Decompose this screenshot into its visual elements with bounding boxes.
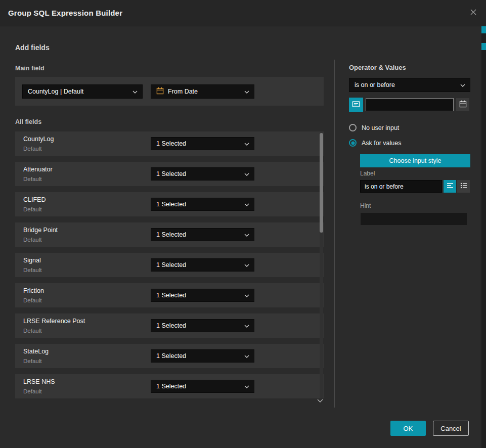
chevron-down-icon <box>244 322 249 329</box>
chevron-down-icon <box>244 261 249 268</box>
date-field-select-value: From Date <box>168 88 240 95</box>
scroll-down-button[interactable] <box>316 396 325 404</box>
field-name: CountyLog <box>23 136 54 143</box>
field-count-select[interactable]: 1 Selected <box>151 198 254 211</box>
radio-label: No user input <box>362 124 399 131</box>
field-count-select[interactable]: 1 Selected <box>151 319 254 332</box>
hint-caption: Hint <box>360 202 371 209</box>
hint-input[interactable] <box>360 212 467 226</box>
edge-tick <box>481 43 486 50</box>
edge-tick <box>481 26 486 33</box>
field-count-value: 1 Selected <box>156 383 244 390</box>
close-icon <box>469 8 477 18</box>
chevron-down-icon <box>244 201 249 208</box>
add-fields-title: Add fields <box>15 43 50 52</box>
field-sublabel: Default <box>23 176 41 182</box>
field-count-value: 1 Selected <box>156 322 244 329</box>
date-field-select[interactable]: From Date <box>151 84 254 99</box>
radio-no-user-input[interactable]: No user input <box>349 124 399 131</box>
field-name: StateLog <box>23 348 49 355</box>
value-source-button[interactable] <box>349 98 363 112</box>
field-name: Signal <box>23 257 41 264</box>
chevron-down-icon <box>244 170 249 177</box>
chevron-down-icon <box>244 383 249 390</box>
layer-select-value: CountyLog | Default <box>28 88 132 95</box>
field-count-select[interactable]: 1 Selected <box>151 349 254 363</box>
all-fields-list: CountyLog Default 1 Selected Attenuator … <box>15 131 324 405</box>
ok-button[interactable]: OK <box>390 421 426 436</box>
dialog-title: Group SQL Expression Builder <box>8 9 122 17</box>
field-name: LRSE NHS <box>23 378 55 385</box>
panel-divider <box>334 60 335 408</box>
field-row: CountyLog Default 1 Selected <box>15 131 324 156</box>
chevron-down-icon <box>460 81 465 88</box>
main-field-row: CountyLog | Default From Date <box>15 77 324 106</box>
field-name: Attenuator <box>23 166 53 173</box>
field-sublabel: Default <box>23 237 41 243</box>
cancel-button[interactable]: Cancel <box>433 421 469 436</box>
radio-ask-for-values[interactable]: Ask for values <box>349 139 402 147</box>
list-scrollbar-thumb[interactable] <box>320 133 323 233</box>
calendar-icon <box>459 100 467 109</box>
field-count-value: 1 Selected <box>156 201 244 208</box>
chevron-down-icon <box>244 292 249 299</box>
calendar-button[interactable] <box>456 98 469 111</box>
radio-circle <box>349 124 357 131</box>
field-count-value: 1 Selected <box>156 292 244 299</box>
chevron-down-icon <box>244 88 249 95</box>
field-sublabel: Default <box>23 267 41 273</box>
chevron-down-icon <box>317 396 323 404</box>
field-count-select[interactable]: 1 Selected <box>151 289 254 302</box>
right-edge-strip <box>481 26 486 448</box>
field-row: Friction Default 1 Selected <box>15 283 324 307</box>
field-sublabel: Default <box>23 297 41 303</box>
field-count-value: 1 Selected <box>156 170 244 177</box>
chevron-down-icon <box>244 231 249 238</box>
field-row: Signal Default 1 Selected <box>15 253 324 277</box>
field-row: LRSE NHS Default 1 Selected <box>15 374 324 398</box>
main-field-label: Main field <box>15 65 45 72</box>
group-sql-expression-builder-dialog: Group SQL Expression Builder Add fields … <box>0 0 486 448</box>
field-count-value: 1 Selected <box>156 140 244 147</box>
field-sublabel: Default <box>23 388 41 394</box>
operator-select-value: is on or before <box>355 81 460 88</box>
chevron-down-icon <box>244 352 249 360</box>
label-caption: Label <box>360 170 375 177</box>
field-count-value: 1 Selected <box>156 231 244 238</box>
calendar-icon <box>156 87 164 96</box>
input-style-single-button[interactable] <box>444 180 456 193</box>
field-count-value: 1 Selected <box>156 352 244 360</box>
align-left-icon <box>447 183 454 190</box>
choose-input-style-button[interactable]: Choose input style <box>360 154 470 167</box>
all-fields-label: All fields <box>15 118 41 125</box>
operator-select[interactable]: is on or before <box>349 78 470 92</box>
field-row: StateLog Default 1 Selected <box>15 344 324 368</box>
input-style-list-button[interactable] <box>457 180 470 193</box>
field-name: LRSE Reference Post <box>23 318 85 325</box>
operator-values-heading: Operator & Values <box>349 64 406 71</box>
label-input[interactable] <box>360 180 442 193</box>
form-input-icon <box>352 100 360 110</box>
field-row: Bridge Point Default 1 Selected <box>15 222 324 247</box>
field-row: CLIFED Default 1 Selected <box>15 192 324 216</box>
field-count-select[interactable]: 1 Selected <box>151 137 254 150</box>
dialog-header: Group SQL Expression Builder <box>0 0 486 26</box>
field-count-select[interactable]: 1 Selected <box>151 380 254 393</box>
date-value-input[interactable] <box>366 98 454 111</box>
chevron-down-icon <box>244 140 249 147</box>
field-row: LRSE Reference Post Default 1 Selected <box>15 313 324 338</box>
field-count-value: 1 Selected <box>156 261 244 268</box>
radio-circle <box>349 139 357 147</box>
field-sublabel: Default <box>23 206 41 212</box>
field-name: CLIFED <box>23 196 46 203</box>
field-row: Attenuator Default 1 Selected <box>15 162 324 186</box>
chevron-down-icon <box>132 88 138 95</box>
field-sublabel: Default <box>23 358 41 364</box>
field-sublabel: Default <box>23 328 41 334</box>
layer-select[interactable]: CountyLog | Default <box>22 84 143 99</box>
list-icon <box>460 183 467 190</box>
field-count-select[interactable]: 1 Selected <box>151 228 254 241</box>
field-count-select[interactable]: 1 Selected <box>151 167 254 181</box>
close-button[interactable] <box>467 7 480 20</box>
field-count-select[interactable]: 1 Selected <box>151 258 254 272</box>
